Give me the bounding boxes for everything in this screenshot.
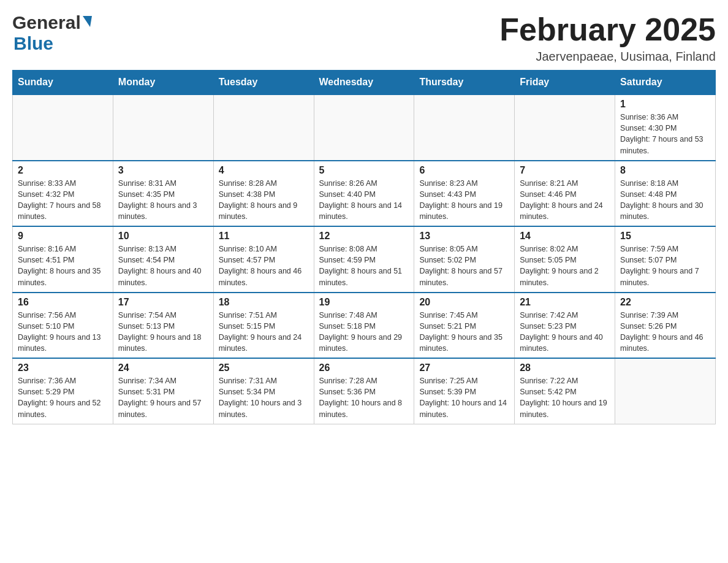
day-number: 17 bbox=[118, 297, 208, 308]
day-info: Sunrise: 8:18 AMSunset: 4:48 PMDaylight:… bbox=[620, 178, 710, 223]
calendar-cell: 2Sunrise: 8:33 AMSunset: 4:32 PMDaylight… bbox=[13, 161, 113, 227]
calendar-body: 1Sunrise: 8:36 AMSunset: 4:30 PMDaylight… bbox=[13, 94, 716, 424]
day-number: 9 bbox=[18, 231, 108, 242]
day-info: Sunrise: 8:36 AMSunset: 4:30 PMDaylight:… bbox=[620, 112, 710, 156]
calendar-cell: 5Sunrise: 8:26 AMSunset: 4:40 PMDaylight… bbox=[314, 161, 414, 227]
calendar-cell: 25Sunrise: 7:31 AMSunset: 5:34 PMDayligh… bbox=[213, 358, 314, 424]
day-number: 1 bbox=[620, 99, 710, 110]
day-info: Sunrise: 8:02 AMSunset: 5:05 PMDaylight:… bbox=[520, 243, 610, 288]
calendar-cell: 8Sunrise: 8:18 AMSunset: 4:48 PMDaylight… bbox=[615, 161, 716, 227]
day-number: 22 bbox=[620, 297, 710, 308]
day-number: 12 bbox=[319, 231, 409, 242]
calendar-cell: 27Sunrise: 7:25 AMSunset: 5:39 PMDayligh… bbox=[414, 358, 515, 424]
day-info: Sunrise: 8:33 AMSunset: 4:32 PMDaylight:… bbox=[18, 178, 108, 223]
calendar-cell bbox=[13, 94, 113, 161]
day-number: 24 bbox=[118, 362, 208, 373]
logo: General Blue bbox=[12, 12, 92, 54]
day-number: 18 bbox=[219, 297, 309, 308]
day-number: 13 bbox=[419, 231, 509, 242]
day-number: 11 bbox=[219, 231, 309, 242]
day-info: Sunrise: 7:39 AMSunset: 5:26 PMDaylight:… bbox=[620, 310, 710, 354]
day-info: Sunrise: 7:36 AMSunset: 5:29 PMDaylight:… bbox=[18, 375, 108, 420]
calendar-cell: 26Sunrise: 7:28 AMSunset: 5:36 PMDayligh… bbox=[314, 358, 414, 424]
calendar-cell bbox=[515, 94, 615, 161]
calendar-cell: 6Sunrise: 8:23 AMSunset: 4:43 PMDaylight… bbox=[414, 161, 515, 227]
calendar-cell: 12Sunrise: 8:08 AMSunset: 4:59 PMDayligh… bbox=[314, 226, 414, 293]
day-info: Sunrise: 8:31 AMSunset: 4:35 PMDaylight:… bbox=[118, 178, 208, 223]
day-info: Sunrise: 8:13 AMSunset: 4:54 PMDaylight:… bbox=[118, 243, 208, 288]
calendar-cell: 4Sunrise: 8:28 AMSunset: 4:38 PMDaylight… bbox=[213, 161, 314, 227]
calendar-cell: 13Sunrise: 8:05 AMSunset: 5:02 PMDayligh… bbox=[414, 226, 515, 293]
calendar-cell: 23Sunrise: 7:36 AMSunset: 5:29 PMDayligh… bbox=[13, 358, 113, 424]
day-info: Sunrise: 7:51 AMSunset: 5:15 PMDaylight:… bbox=[219, 310, 309, 354]
day-info: Sunrise: 7:25 AMSunset: 5:39 PMDaylight:… bbox=[419, 375, 509, 420]
calendar-week-row: 1Sunrise: 8:36 AMSunset: 4:30 PMDaylight… bbox=[13, 94, 716, 161]
day-info: Sunrise: 8:05 AMSunset: 5:02 PMDaylight:… bbox=[419, 243, 509, 288]
day-info: Sunrise: 8:16 AMSunset: 4:51 PMDaylight:… bbox=[18, 243, 108, 288]
calendar-cell: 16Sunrise: 7:56 AMSunset: 5:10 PMDayligh… bbox=[13, 293, 113, 359]
day-info: Sunrise: 8:23 AMSunset: 4:43 PMDaylight:… bbox=[419, 178, 509, 223]
day-number: 2 bbox=[18, 165, 108, 176]
day-info: Sunrise: 7:56 AMSunset: 5:10 PMDaylight:… bbox=[18, 310, 108, 354]
logo-general-text: General bbox=[12, 12, 81, 33]
day-info: Sunrise: 7:48 AMSunset: 5:18 PMDaylight:… bbox=[319, 310, 409, 354]
title-block: February 2025 Jaervenpaeae, Uusimaa, Fin… bbox=[499, 12, 716, 64]
weekday-header-tuesday: Tuesday bbox=[213, 71, 314, 95]
weekday-header-sunday: Sunday bbox=[13, 71, 113, 95]
day-info: Sunrise: 7:54 AMSunset: 5:13 PMDaylight:… bbox=[118, 310, 208, 354]
calendar-cell: 18Sunrise: 7:51 AMSunset: 5:15 PMDayligh… bbox=[213, 293, 314, 359]
month-title: February 2025 bbox=[499, 12, 716, 47]
day-number: 28 bbox=[520, 362, 610, 373]
calendar-header: SundayMondayTuesdayWednesdayThursdayFrid… bbox=[13, 71, 716, 95]
day-info: Sunrise: 8:28 AMSunset: 4:38 PMDaylight:… bbox=[219, 178, 309, 223]
day-number: 25 bbox=[219, 362, 309, 373]
weekday-header-saturday: Saturday bbox=[615, 71, 716, 95]
calendar-cell: 17Sunrise: 7:54 AMSunset: 5:13 PMDayligh… bbox=[113, 293, 213, 359]
day-number: 26 bbox=[319, 362, 409, 373]
day-number: 8 bbox=[620, 165, 710, 176]
logo-blue-text: Blue bbox=[13, 33, 53, 54]
day-number: 5 bbox=[319, 165, 409, 176]
day-info: Sunrise: 7:22 AMSunset: 5:42 PMDaylight:… bbox=[520, 375, 610, 420]
day-info: Sunrise: 7:28 AMSunset: 5:36 PMDaylight:… bbox=[319, 375, 409, 420]
day-info: Sunrise: 7:31 AMSunset: 5:34 PMDaylight:… bbox=[219, 375, 309, 420]
calendar-week-row: 2Sunrise: 8:33 AMSunset: 4:32 PMDaylight… bbox=[13, 161, 716, 227]
day-info: Sunrise: 8:21 AMSunset: 4:46 PMDaylight:… bbox=[520, 178, 610, 223]
weekday-header-wednesday: Wednesday bbox=[314, 71, 414, 95]
day-number: 3 bbox=[118, 165, 208, 176]
page-header: General Blue February 2025 Jaervenpaeae,… bbox=[12, 12, 716, 64]
weekday-header-friday: Friday bbox=[515, 71, 615, 95]
day-number: 14 bbox=[520, 231, 610, 242]
weekday-header-monday: Monday bbox=[113, 71, 213, 95]
calendar-cell: 22Sunrise: 7:39 AMSunset: 5:26 PMDayligh… bbox=[615, 293, 716, 359]
calendar-cell: 10Sunrise: 8:13 AMSunset: 4:54 PMDayligh… bbox=[113, 226, 213, 293]
calendar-cell: 20Sunrise: 7:45 AMSunset: 5:21 PMDayligh… bbox=[414, 293, 515, 359]
day-number: 16 bbox=[18, 297, 108, 308]
calendar-cell bbox=[414, 94, 515, 161]
day-info: Sunrise: 7:59 AMSunset: 5:07 PMDaylight:… bbox=[620, 243, 710, 288]
calendar-cell: 15Sunrise: 7:59 AMSunset: 5:07 PMDayligh… bbox=[615, 226, 716, 293]
day-number: 7 bbox=[520, 165, 610, 176]
location-text: Jaervenpaeae, Uusimaa, Finland bbox=[499, 50, 716, 64]
logo-triangle-icon bbox=[83, 16, 92, 27]
calendar-week-row: 16Sunrise: 7:56 AMSunset: 5:10 PMDayligh… bbox=[13, 293, 716, 359]
weekday-header-thursday: Thursday bbox=[414, 71, 515, 95]
day-number: 23 bbox=[18, 362, 108, 373]
calendar-cell: 9Sunrise: 8:16 AMSunset: 4:51 PMDaylight… bbox=[13, 226, 113, 293]
calendar-cell: 14Sunrise: 8:02 AMSunset: 5:05 PMDayligh… bbox=[515, 226, 615, 293]
calendar-week-row: 23Sunrise: 7:36 AMSunset: 5:29 PMDayligh… bbox=[13, 358, 716, 424]
calendar-cell: 3Sunrise: 8:31 AMSunset: 4:35 PMDaylight… bbox=[113, 161, 213, 227]
day-number: 4 bbox=[219, 165, 309, 176]
calendar-cell bbox=[113, 94, 213, 161]
day-number: 19 bbox=[319, 297, 409, 308]
calendar-cell bbox=[213, 94, 314, 161]
calendar-cell bbox=[615, 358, 716, 424]
day-info: Sunrise: 7:34 AMSunset: 5:31 PMDaylight:… bbox=[118, 375, 208, 420]
day-info: Sunrise: 8:08 AMSunset: 4:59 PMDaylight:… bbox=[319, 243, 409, 288]
day-number: 15 bbox=[620, 231, 710, 242]
calendar-cell: 7Sunrise: 8:21 AMSunset: 4:46 PMDaylight… bbox=[515, 161, 615, 227]
day-number: 20 bbox=[419, 297, 509, 308]
day-info: Sunrise: 7:45 AMSunset: 5:21 PMDaylight:… bbox=[419, 310, 509, 354]
day-info: Sunrise: 8:26 AMSunset: 4:40 PMDaylight:… bbox=[319, 178, 409, 223]
day-number: 6 bbox=[419, 165, 509, 176]
